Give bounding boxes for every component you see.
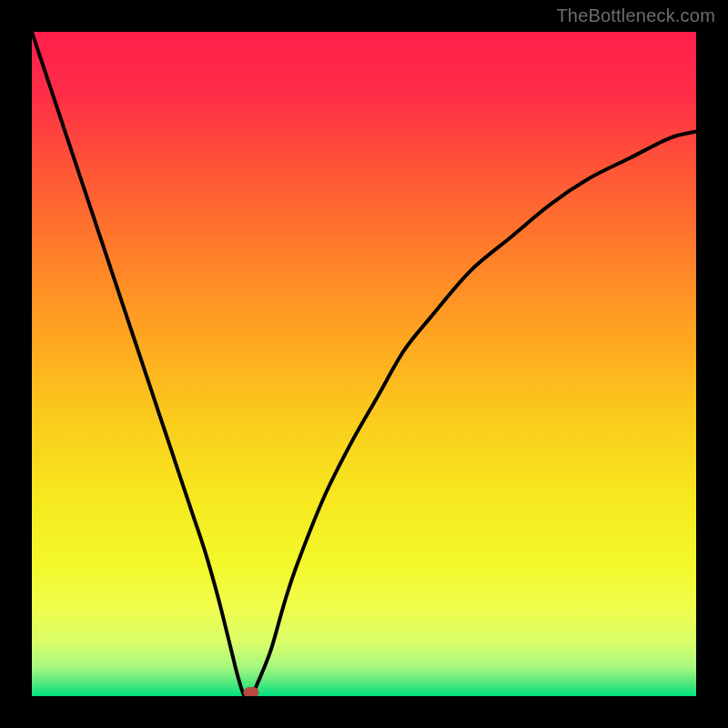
- plot-area: [32, 32, 696, 696]
- bottleneck-curve: [32, 32, 696, 696]
- watermark-label: TheBottleneck.com: [556, 5, 715, 26]
- chart-frame: TheBottleneck.com: [0, 0, 728, 728]
- optimal-point-marker: [243, 687, 258, 696]
